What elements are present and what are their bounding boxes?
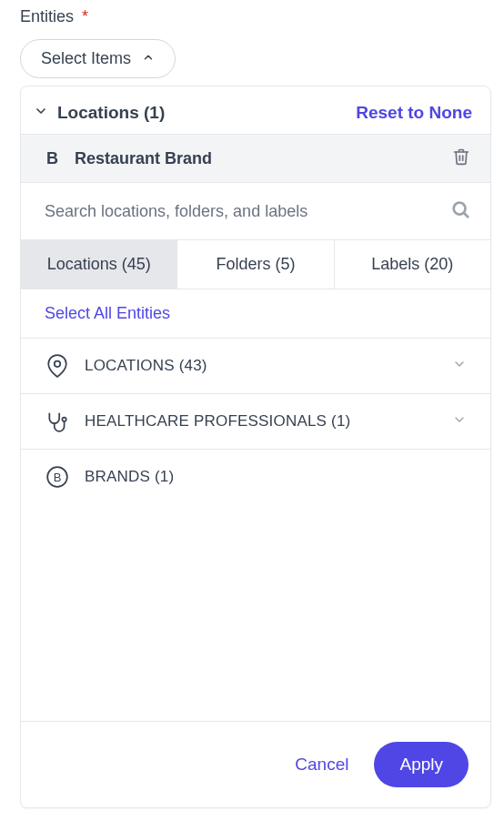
category-label: BRANDS (1) <box>85 468 174 486</box>
category-left: HEALTHCARE PROFESSIONALS (1) <box>45 409 350 434</box>
field-label-text: Entities <box>20 7 74 25</box>
chevron-down-icon <box>452 357 467 375</box>
panel-header-left[interactable]: Locations (1) <box>34 103 165 123</box>
tab-label: Labels (20) <box>371 255 453 273</box>
cancel-button[interactable]: Cancel <box>287 745 356 784</box>
panel-footer: Cancel Apply <box>21 721 490 807</box>
select-all-entities-button[interactable]: Select All Entities <box>21 289 490 338</box>
svg-text:B: B <box>54 471 62 484</box>
category-left: LOCATIONS (43) <box>45 353 207 379</box>
required-marker: * <box>82 7 88 25</box>
field-label: Entities * <box>20 7 495 26</box>
pin-icon <box>45 353 70 379</box>
search-icon[interactable] <box>450 199 470 223</box>
apply-button[interactable]: Apply <box>374 742 469 787</box>
search-input[interactable] <box>45 202 450 221</box>
category-label: LOCATIONS (43) <box>85 357 207 375</box>
tabs: Locations (45) Folders (5) Labels (20) <box>21 239 490 289</box>
brand-icon: B <box>45 464 70 490</box>
category-healthcare[interactable]: HEALTHCARE PROFESSIONALS (1) <box>21 393 490 449</box>
panel-header: Locations (1) Reset to None <box>21 86 490 134</box>
spacer <box>21 504 490 721</box>
trash-icon[interactable] <box>452 147 470 169</box>
svg-point-2 <box>55 361 61 368</box>
svg-point-3 <box>62 418 66 421</box>
selected-entity-row: B Restaurant Brand <box>21 134 490 183</box>
brand-badge: B <box>46 149 58 168</box>
tab-label: Folders (5) <box>216 255 295 273</box>
category-locations[interactable]: LOCATIONS (43) <box>21 338 490 393</box>
tab-folders[interactable]: Folders (5) <box>177 240 334 289</box>
stethoscope-icon <box>45 409 70 434</box>
entity-picker-panel: Locations (1) Reset to None B Restaurant… <box>20 86 491 808</box>
chevron-down-icon <box>34 104 48 122</box>
selected-entity-name: Restaurant Brand <box>75 149 212 168</box>
reset-to-none-button[interactable]: Reset to None <box>356 103 472 123</box>
tab-locations[interactable]: Locations (45) <box>21 240 177 289</box>
search-row <box>21 183 490 239</box>
category-brands[interactable]: B BRANDS (1) <box>21 449 490 504</box>
chevron-up-icon <box>142 49 155 68</box>
select-items-label: Select Items <box>41 49 131 68</box>
panel-title: Locations (1) <box>57 103 165 123</box>
tab-labels[interactable]: Labels (20) <box>335 240 490 289</box>
selected-entity-left: B Restaurant Brand <box>46 149 212 168</box>
category-left: B BRANDS (1) <box>45 464 174 490</box>
svg-line-1 <box>464 213 468 217</box>
tab-label: Locations (45) <box>47 255 151 273</box>
select-all-label: Select All Entities <box>45 304 170 322</box>
category-label: HEALTHCARE PROFESSIONALS (1) <box>85 412 350 431</box>
chevron-down-icon <box>452 412 467 431</box>
select-items-trigger[interactable]: Select Items <box>20 39 176 78</box>
